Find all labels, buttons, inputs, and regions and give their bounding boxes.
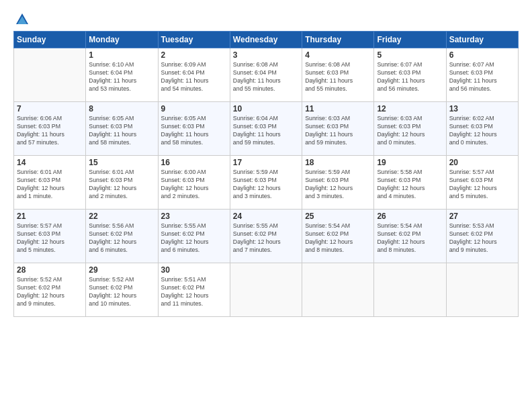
day-info: Sunrise: 6:02 AMSunset: 6:03 PMDaylight:… — [449, 115, 515, 147]
table-row: 25Sunrise: 5:54 AMSunset: 6:02 PMDayligh… — [302, 210, 374, 263]
day-number: 21 — [17, 212, 83, 221]
table-row: 15Sunrise: 6:01 AMSunset: 6:03 PMDayligh… — [86, 156, 158, 210]
day-number: 11 — [305, 104, 371, 113]
col-saturday: Saturday — [446, 32, 518, 48]
day-number: 18 — [305, 158, 371, 167]
table-row: 13Sunrise: 6:02 AMSunset: 6:03 PMDayligh… — [446, 102, 518, 156]
calendar-week-row: 14Sunrise: 6:01 AMSunset: 6:03 PMDayligh… — [14, 156, 519, 210]
day-number: 8 — [89, 104, 154, 113]
day-info: Sunrise: 6:10 AMSunset: 6:04 PMDaylight:… — [89, 61, 154, 93]
calendar-table: Sunday Monday Tuesday Wednesday Thursday… — [13, 31, 519, 317]
day-info: Sunrise: 6:03 AMSunset: 6:03 PMDaylight:… — [377, 115, 443, 147]
table-row: 1Sunrise: 6:10 AMSunset: 6:04 PMDaylight… — [86, 48, 158, 102]
day-number: 2 — [161, 50, 227, 60]
day-number: 30 — [161, 265, 227, 275]
day-number: 5 — [377, 50, 443, 60]
table-row: 30Sunrise: 5:51 AMSunset: 6:02 PMDayligh… — [158, 263, 230, 317]
table-row: 18Sunrise: 5:59 AMSunset: 6:03 PMDayligh… — [302, 156, 374, 210]
day-info: Sunrise: 6:03 AMSunset: 6:03 PMDaylight:… — [305, 115, 371, 147]
table-row: 9Sunrise: 6:05 AMSunset: 6:03 PMDaylight… — [158, 102, 230, 156]
calendar-week-row: 7Sunrise: 6:06 AMSunset: 6:03 PMDaylight… — [14, 102, 519, 156]
day-info: Sunrise: 6:08 AMSunset: 6:04 PMDaylight:… — [233, 61, 299, 93]
day-info: Sunrise: 6:01 AMSunset: 6:03 PMDaylight:… — [89, 169, 154, 201]
day-number: 1 — [89, 50, 154, 60]
table-row — [230, 263, 302, 317]
table-row: 29Sunrise: 5:52 AMSunset: 6:02 PMDayligh… — [86, 263, 158, 317]
table-row: 8Sunrise: 6:05 AMSunset: 6:03 PMDaylight… — [86, 102, 158, 156]
day-info: Sunrise: 5:59 AMSunset: 6:03 PMDaylight:… — [305, 169, 371, 201]
calendar-header-row: Sunday Monday Tuesday Wednesday Thursday… — [14, 32, 519, 48]
table-row: 26Sunrise: 5:54 AMSunset: 6:02 PMDayligh… — [374, 210, 446, 263]
day-info: Sunrise: 5:57 AMSunset: 6:03 PMDaylight:… — [17, 222, 83, 255]
calendar-week-row: 21Sunrise: 5:57 AMSunset: 6:03 PMDayligh… — [14, 210, 519, 263]
day-number: 26 — [377, 212, 443, 221]
calendar-week-row: 1Sunrise: 6:10 AMSunset: 6:04 PMDaylight… — [14, 48, 519, 102]
day-number: 13 — [449, 104, 515, 113]
day-info: Sunrise: 6:05 AMSunset: 6:03 PMDaylight:… — [89, 115, 154, 147]
col-monday: Monday — [86, 32, 158, 48]
table-row: 28Sunrise: 5:52 AMSunset: 6:02 PMDayligh… — [14, 263, 86, 317]
day-number: 25 — [305, 212, 371, 221]
day-number: 3 — [233, 50, 299, 60]
table-row: 16Sunrise: 6:00 AMSunset: 6:03 PMDayligh… — [158, 156, 230, 210]
day-info: Sunrise: 6:01 AMSunset: 6:03 PMDaylight:… — [17, 169, 83, 201]
table-row: 10Sunrise: 6:04 AMSunset: 6:03 PMDayligh… — [230, 102, 302, 156]
day-number: 23 — [161, 212, 227, 221]
day-number: 16 — [161, 158, 227, 167]
day-info: Sunrise: 6:07 AMSunset: 6:03 PMDaylight:… — [377, 61, 443, 93]
table-row: 14Sunrise: 6:01 AMSunset: 6:03 PMDayligh… — [14, 156, 86, 210]
table-row: 11Sunrise: 6:03 AMSunset: 6:03 PMDayligh… — [302, 102, 374, 156]
day-info: Sunrise: 6:09 AMSunset: 6:04 PMDaylight:… — [161, 61, 227, 93]
day-info: Sunrise: 5:53 AMSunset: 6:02 PMDaylight:… — [449, 222, 515, 255]
day-number: 10 — [233, 104, 299, 113]
day-number: 14 — [17, 158, 83, 167]
logo — [13, 12, 30, 24]
logo-icon — [15, 12, 30, 27]
table-row: 6Sunrise: 6:07 AMSunset: 6:03 PMDaylight… — [446, 48, 518, 102]
calendar-week-row: 28Sunrise: 5:52 AMSunset: 6:02 PMDayligh… — [14, 263, 519, 317]
day-info: Sunrise: 6:05 AMSunset: 6:03 PMDaylight:… — [161, 115, 227, 147]
day-info: Sunrise: 5:56 AMSunset: 6:02 PMDaylight:… — [89, 222, 154, 255]
table-row: 23Sunrise: 5:55 AMSunset: 6:02 PMDayligh… — [158, 210, 230, 263]
table-row: 27Sunrise: 5:53 AMSunset: 6:02 PMDayligh… — [446, 210, 518, 263]
table-row — [374, 263, 446, 317]
page: Sunday Monday Tuesday Wednesday Thursday… — [0, 0, 532, 411]
day-number: 20 — [449, 158, 515, 167]
table-row: 7Sunrise: 6:06 AMSunset: 6:03 PMDaylight… — [14, 102, 86, 156]
table-row: 20Sunrise: 5:57 AMSunset: 6:03 PMDayligh… — [446, 156, 518, 210]
day-info: Sunrise: 6:00 AMSunset: 6:03 PMDaylight:… — [161, 169, 227, 201]
col-sunday: Sunday — [14, 32, 86, 48]
table-row: 22Sunrise: 5:56 AMSunset: 6:02 PMDayligh… — [86, 210, 158, 263]
table-row: 4Sunrise: 6:08 AMSunset: 6:03 PMDaylight… — [302, 48, 374, 102]
table-row: 2Sunrise: 6:09 AMSunset: 6:04 PMDaylight… — [158, 48, 230, 102]
day-number: 12 — [377, 104, 443, 113]
day-info: Sunrise: 5:54 AMSunset: 6:02 PMDaylight:… — [305, 222, 371, 255]
day-info: Sunrise: 6:04 AMSunset: 6:03 PMDaylight:… — [233, 115, 299, 147]
table-row: 12Sunrise: 6:03 AMSunset: 6:03 PMDayligh… — [374, 102, 446, 156]
day-info: Sunrise: 6:07 AMSunset: 6:03 PMDaylight:… — [449, 61, 515, 93]
day-number: 19 — [377, 158, 443, 167]
day-info: Sunrise: 5:58 AMSunset: 6:03 PMDaylight:… — [377, 169, 443, 201]
day-number: 6 — [449, 50, 515, 60]
day-number: 9 — [161, 104, 227, 113]
day-number: 27 — [449, 212, 515, 221]
day-number: 17 — [233, 158, 299, 167]
day-info: Sunrise: 6:08 AMSunset: 6:03 PMDaylight:… — [305, 61, 371, 93]
col-wednesday: Wednesday — [230, 32, 302, 48]
day-info: Sunrise: 5:52 AMSunset: 6:02 PMDaylight:… — [89, 276, 154, 308]
table-row — [302, 263, 374, 317]
table-row: 19Sunrise: 5:58 AMSunset: 6:03 PMDayligh… — [374, 156, 446, 210]
table-row — [446, 263, 518, 317]
col-friday: Friday — [374, 32, 446, 48]
day-info: Sunrise: 5:59 AMSunset: 6:03 PMDaylight:… — [233, 169, 299, 201]
day-info: Sunrise: 5:55 AMSunset: 6:02 PMDaylight:… — [161, 222, 227, 255]
day-info: Sunrise: 5:51 AMSunset: 6:02 PMDaylight:… — [161, 276, 227, 308]
day-number: 29 — [89, 265, 154, 275]
day-info: Sunrise: 5:54 AMSunset: 6:02 PMDaylight:… — [377, 222, 443, 255]
col-tuesday: Tuesday — [158, 32, 230, 48]
table-row: 24Sunrise: 5:55 AMSunset: 6:02 PMDayligh… — [230, 210, 302, 263]
day-info: Sunrise: 5:55 AMSunset: 6:02 PMDaylight:… — [233, 222, 299, 255]
table-row — [14, 48, 86, 102]
table-row: 5Sunrise: 6:07 AMSunset: 6:03 PMDaylight… — [374, 48, 446, 102]
table-row: 21Sunrise: 5:57 AMSunset: 6:03 PMDayligh… — [14, 210, 86, 263]
